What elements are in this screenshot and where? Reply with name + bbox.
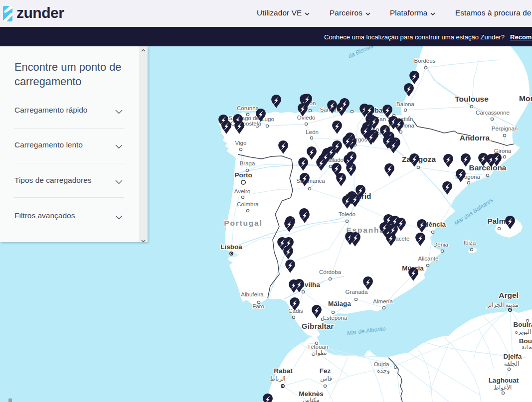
svg-text:Portugal: Portugal <box>224 219 262 227</box>
svg-text:Dénia: Dénia <box>433 242 449 248</box>
svg-text:Carcassonne: Carcassonne <box>476 110 510 116</box>
svg-text:León: León <box>306 129 319 135</box>
svg-text:Toulouse: Toulouse <box>455 95 489 103</box>
svg-text:Fez: Fez <box>320 367 331 375</box>
svg-text:Vigo: Vigo <box>235 140 247 146</box>
svg-text:الجلفة: الجلفة <box>504 360 520 367</box>
svg-text:Faro: Faro <box>252 303 264 309</box>
svg-text:الأغواط: الأغواط <box>494 384 512 392</box>
svg-text:Argel: Argel <box>499 291 519 299</box>
svg-text:Porto: Porto <box>234 171 252 179</box>
svg-text:Aveiro: Aveiro <box>234 188 250 194</box>
svg-text:Estepona: Estepona <box>323 315 348 321</box>
svg-text:Oujda: Oujda <box>374 361 389 367</box>
svg-text:Perpignan: Perpignan <box>492 126 518 132</box>
svg-text:Corunha: Corunha <box>237 105 259 111</box>
svg-text:Córdoba: Córdoba <box>319 269 342 275</box>
svg-text:Coimbra: Coimbra <box>237 201 259 207</box>
svg-text:Albufeira: Albufeira <box>241 291 264 297</box>
svg-text:Ibiza: Ibiza <box>464 240 476 246</box>
svg-text:Toledo: Toledo <box>339 211 355 217</box>
svg-text:مدينة الجزائر: مدينة الجزائر <box>486 301 518 309</box>
svg-text:Bordéus: Bordéus <box>414 58 436 64</box>
svg-text:Bouira: Bouira <box>514 321 532 328</box>
svg-text:Laghouat: Laghouat <box>489 377 519 384</box>
svg-text:البويرة: البويرة <box>515 328 532 336</box>
svg-text:Granada: Granada <box>346 289 368 295</box>
svg-text:Almería: Almería <box>373 298 393 304</box>
svg-text:Alicante: Alicante <box>418 256 439 262</box>
svg-text:Lisboa: Lisboa <box>220 243 242 251</box>
svg-text:Andorra: Andorra <box>460 134 490 142</box>
svg-text:بجاية: بجاية <box>522 344 532 351</box>
svg-text:Oviedo: Oviedo <box>297 115 315 121</box>
svg-text:مكناس: مكناس <box>303 397 320 402</box>
svg-text:Rabat: Rabat <box>274 367 293 375</box>
svg-text:نطوان: نطوان <box>312 349 327 357</box>
svg-text:Gibraltar: Gibraltar <box>302 322 334 330</box>
svg-text:الرباط: الرباط <box>270 375 285 383</box>
svg-text:فاس: فاس <box>320 375 332 383</box>
svg-text:Montpellier: Montpellier <box>519 94 532 103</box>
svg-text:Barcelona: Barcelona <box>469 163 507 172</box>
svg-text:وجدة: وجدة <box>377 367 389 375</box>
svg-text:Djelfa: Djelfa <box>504 353 522 360</box>
svg-text:Baiona: Baiona <box>396 101 414 107</box>
svg-text:Braga: Braga <box>240 160 255 166</box>
svg-text:Málaga: Málaga <box>328 300 351 307</box>
